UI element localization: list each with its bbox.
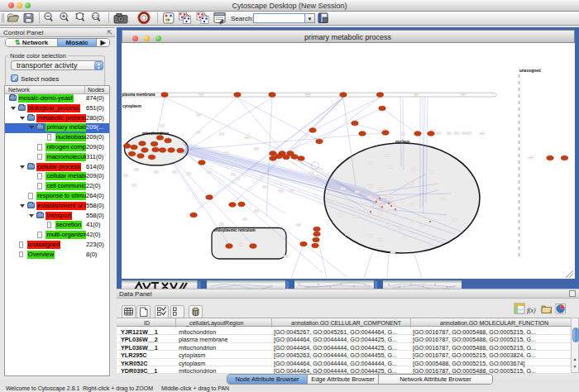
svg-text:endoplasmic reticulum: endoplasmic reticulum <box>213 228 255 232</box>
svg-text:plasma membrane: plasma membrane <box>122 93 156 97</box>
svg-text:mitochondrion: mitochondrion <box>142 131 169 136</box>
svg-text:nucleus: nucleus <box>395 140 410 144</box>
svg-text:1:1: 1:1 <box>93 15 98 19</box>
svg-text:unassigned: unassigned <box>519 69 541 73</box>
svg-text:f(x): f(x) <box>527 307 536 314</box>
svg-text:cytoplasm: cytoplasm <box>122 104 141 108</box>
